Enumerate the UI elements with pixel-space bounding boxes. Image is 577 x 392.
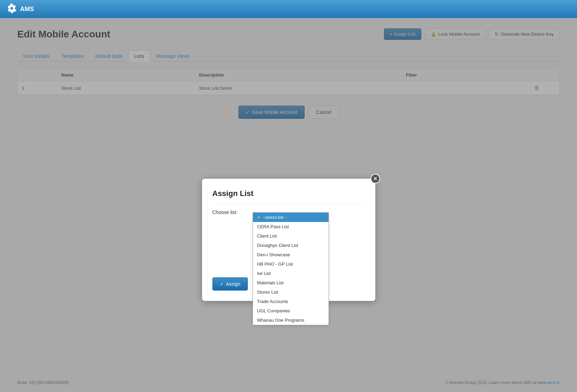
dropdown-option-10[interactable]: UGL Companies	[253, 306, 329, 315]
choose-list-label: Choose list:	[212, 210, 247, 215]
modal-title: Assign List	[212, 189, 365, 204]
app-logo: AMS	[7, 3, 34, 15]
dropdown-option-8[interactable]: Stores List	[253, 287, 329, 297]
list-dropdown-open[interactable]: - select list - CERA Pass List Client Li…	[253, 212, 329, 325]
modal-assign-button[interactable]: ✓ Assign	[212, 277, 248, 291]
modal-form-row: Choose list: - select list - CERA Pass L…	[212, 210, 365, 215]
dropdown-option-0[interactable]: - select list -	[253, 213, 329, 222]
dropdown-option-2[interactable]: Client List	[253, 231, 329, 241]
dropdown-option-5[interactable]: HB PHO - GP List	[253, 259, 329, 269]
modal-close-button[interactable]: ✕	[370, 174, 380, 184]
dropdown-option-3[interactable]: Donaghys Client List	[253, 241, 329, 250]
gear-icon	[7, 3, 17, 15]
dropdown-option-7[interactable]: Materials List	[253, 278, 329, 287]
dropdown-option-4[interactable]: Gen-i Showcase	[253, 250, 329, 259]
dropdown-option-11[interactable]: Whanau One Programs	[253, 315, 329, 325]
dropdown-option-9[interactable]: Trade Accounts	[253, 297, 329, 306]
top-bar: AMS	[0, 0, 577, 18]
main-content: Edit Mobile Account + Assign List 🔒 Lock…	[0, 18, 577, 392]
close-icon: ✕	[373, 176, 377, 181]
app-name: AMS	[20, 6, 34, 13]
dropdown-option-6[interactable]: Iwi List	[253, 269, 329, 278]
modal-checkmark-icon: ✓	[220, 281, 224, 287]
modal-overlay: ✕ Assign List Choose list: - select list…	[0, 18, 577, 392]
dropdown-option-1[interactable]: CERA Pass List	[253, 222, 329, 231]
assign-list-modal: ✕ Assign List Choose list: - select list…	[202, 179, 375, 301]
